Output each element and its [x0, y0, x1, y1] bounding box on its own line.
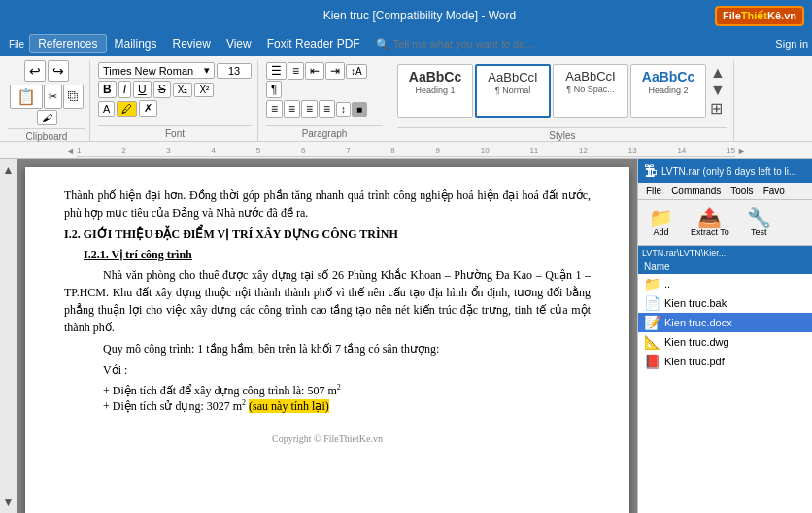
menu-references[interactable]: References [29, 34, 106, 53]
font-name-dropdown[interactable]: Times New Roman ▾ [98, 62, 215, 79]
bullet2: + Diện tích sử dụng: 3027 m2 (sau này tí… [103, 398, 591, 414]
subheading: I.2.1. Vị trí công trình [64, 248, 591, 262]
winrar-icon: 🗜 [644, 163, 658, 179]
clipboard-section: ↩ ↪ 📋 ✂ ⿻ 🖌 Clipboard [4, 60, 90, 141]
cut-button[interactable]: ✂ [44, 85, 62, 109]
highlight-button[interactable]: 🖊 [117, 101, 137, 117]
winrar-buttons: 📁 Add 📤 Extract To 🔧 Test [638, 200, 812, 246]
file-item-pdf[interactable]: 📕 Kien truc.pdf [638, 352, 812, 371]
right-panel: 🗜 LVTN.rar (only 6 days left to li... Fi… [637, 159, 812, 513]
rar-extract-button[interactable]: 📤 Extract To [684, 204, 736, 241]
bold-button[interactable]: B [98, 81, 117, 98]
bullet2-superscript: 2 [242, 398, 246, 407]
undo-button[interactable]: ↩ [24, 60, 46, 82]
tell-me-input[interactable] [393, 38, 549, 50]
menu-bar: File References Mailings Review View Fox… [0, 31, 812, 56]
rar-add-label: Add [653, 227, 668, 237]
rar-extract-icon: 📤 [697, 208, 722, 227]
file-item-docx[interactable]: 📝 Kien truc.docx [638, 313, 812, 332]
font-size-dropdown[interactable]: 13 [217, 63, 252, 79]
scroll-down-arrow[interactable]: ▼ [3, 496, 15, 509]
sort-button[interactable]: ↕A [346, 64, 367, 79]
rar-menu-commands[interactable]: Commands [667, 185, 725, 197]
clear-format-button[interactable]: ✗ [139, 100, 157, 117]
tell-me-bar[interactable]: 🔍 [376, 38, 549, 51]
justify-button[interactable]: ≡ [319, 100, 335, 118]
rar-menu-tools[interactable]: Tools [727, 185, 757, 197]
nospace-preview: AaBbCcI [565, 69, 615, 84]
heading1-preview: AaBbCc [409, 69, 461, 85]
dwg-file-name: Kien truc.dwg [664, 336, 729, 348]
winrar-title: LVTN.rar (only 6 days left to li... [661, 166, 796, 177]
title-bar: Kien truc [Compatibility Mode] - Word Fi… [0, 0, 812, 31]
heading2-label: Heading 2 [648, 86, 688, 95]
pdf-file-icon: 📕 [644, 354, 660, 369]
style-normal[interactable]: AaBbCcI ¶ Normal [475, 64, 551, 118]
document-area[interactable]: Thành phố hiện đại hơn. Đồng thời góp ph… [17, 159, 637, 513]
align-center-button[interactable]: ≡ [284, 100, 300, 118]
bak-file-name: Kien truc.bak [664, 297, 727, 309]
strikethrough-button[interactable]: S [153, 81, 171, 98]
bullet2-highlight: (sau này tính lại) [249, 399, 329, 413]
bullets-button[interactable]: ☰ [266, 62, 287, 80]
copyright: Copyright © FileThietKe.vn [64, 433, 591, 444]
bullet1: + Diện tích đất để xây dựng công trình l… [103, 383, 591, 398]
redo-button[interactable]: ↪ [48, 60, 69, 82]
normal-label: ¶ Normal [495, 86, 530, 95]
rar-test-button[interactable]: 🔧 Test [740, 204, 778, 241]
numbering-button[interactable]: ≡ [288, 62, 304, 80]
scroll-up-arrow[interactable]: ▲ [3, 163, 15, 177]
italic-button[interactable]: I [118, 81, 131, 98]
shading-button[interactable]: ■ [352, 102, 367, 117]
ribbon: ↩ ↪ 📋 ✂ ⿻ 🖌 Clipboard Times New Roman ▾ … [0, 56, 812, 142]
paste-button[interactable]: 📋 [10, 85, 43, 109]
nav-column: ▲ ▼ [0, 159, 17, 513]
file-item-parent[interactable]: 📁 .. [638, 274, 812, 293]
styles-label: Styles [397, 127, 727, 141]
rar-add-button[interactable]: 📁 Add [642, 204, 680, 241]
styles-section: AaBbCc Heading 1 AaBbCcI ¶ Normal AaBbCc… [391, 60, 734, 141]
menu-foxit[interactable]: Foxit Reader PDF [259, 35, 368, 52]
style-heading2[interactable]: AaBbCc Heading 2 [630, 64, 706, 118]
styles-expand[interactable]: ⊞ [710, 99, 726, 118]
subscript-button[interactable]: X₂ [173, 83, 193, 97]
font-color-button[interactable]: A [98, 101, 115, 117]
clipboard-label: Clipboard [8, 128, 85, 142]
indent-increase-button[interactable]: ⇥ [325, 62, 345, 80]
pilcrow-button[interactable]: ¶ [266, 81, 282, 98]
style-nospace[interactable]: AaBbCcI ¶ No Spac... [553, 64, 628, 118]
align-left-button[interactable]: ≡ [266, 100, 283, 118]
paragraph-location: Nhà văn phòng cho thuê được xây dựng tại… [64, 266, 591, 336]
styles-scroll[interactable]: ▲ ▼ ⊞ [708, 64, 727, 118]
styles-items: AaBbCc Heading 1 AaBbCcI ¶ Normal AaBbCc… [397, 64, 727, 118]
menu-review[interactable]: Review [165, 35, 219, 52]
style-heading1[interactable]: AaBbCc Heading 1 [397, 64, 473, 118]
paste-area: 📋 ✂ ⿻ 🖌 [8, 85, 85, 125]
file-item-bak[interactable]: 📄 Kien truc.bak [638, 293, 812, 313]
rar-test-label: Test [751, 227, 767, 237]
align-right-button[interactable]: ≡ [301, 100, 318, 118]
sign-in-link[interactable]: Sign in [775, 38, 808, 50]
winrar-path: LVTN.rar\LVTN\Kier... [638, 246, 812, 259]
indent-decrease-button[interactable]: ⇤ [305, 62, 324, 80]
format-painter-button[interactable]: 🖌 [37, 110, 57, 125]
file-item-dwg[interactable]: 📐 Kien truc.dwg [638, 332, 812, 352]
menu-file[interactable]: File [4, 38, 29, 51]
parent-folder-icon: 📁 [644, 276, 660, 291]
docx-file-name: Kien truc.docx [664, 317, 732, 328]
app-logo: FileThiếtKê.vn [715, 6, 804, 26]
nospace-label: ¶ No Spac... [566, 85, 614, 94]
menu-view[interactable]: View [219, 35, 259, 52]
search-icon: 🔍 [376, 38, 389, 51]
styles-scroll-down[interactable]: ▼ [710, 82, 726, 99]
font-label: Font [98, 125, 252, 139]
line-spacing-button[interactable]: ↕ [336, 102, 351, 117]
rar-menu-file[interactable]: File [642, 185, 665, 197]
styles-scroll-up[interactable]: ▲ [710, 64, 726, 82]
underline-button[interactable]: U [133, 81, 152, 98]
copy-button[interactable]: ⿻ [63, 85, 84, 109]
file-panel-header: Name [638, 259, 812, 274]
rar-menu-favo[interactable]: Favo [760, 185, 789, 197]
menu-mailings[interactable]: Mailings [107, 35, 165, 52]
superscript-button[interactable]: X² [194, 83, 214, 97]
